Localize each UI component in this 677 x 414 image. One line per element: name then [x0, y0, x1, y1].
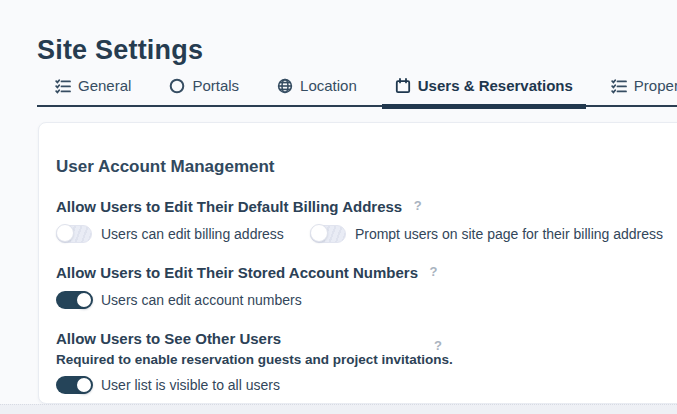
tab-label: Users & Reservations	[418, 77, 573, 94]
toggle-group-prompt-billing: Prompt users on site page for their bill…	[310, 225, 663, 243]
globe-icon	[277, 78, 293, 94]
toggle-row: Users can edit billing address Prompt us…	[56, 225, 677, 243]
toggle-row: Users can edit account numbers	[56, 291, 677, 309]
help-icon[interactable]: ?	[414, 198, 422, 213]
page-section-divider	[0, 404, 677, 414]
checklist-icon	[611, 78, 627, 94]
toggle-knob	[310, 224, 328, 242]
toggle-label: Users can edit billing address	[101, 226, 284, 242]
calendar-icon	[395, 78, 411, 94]
toggle-group-edit-billing: Users can edit billing address	[56, 225, 284, 243]
toggle-group-user-list-visible: User list is visible to all users	[56, 376, 280, 394]
toggle-knob	[75, 376, 93, 394]
tab-location[interactable]: Location	[277, 77, 357, 94]
tab-label: Portals	[192, 77, 239, 94]
toggle-label: Prompt users on site page for their bill…	[355, 226, 663, 242]
toggle-users-can-edit-account-numbers[interactable]	[56, 291, 92, 309]
toggle-row: User list is visible to all users	[56, 376, 677, 394]
toggle-group-edit-account-numbers: Users can edit account numbers	[56, 291, 302, 309]
card-title: User Account Management	[56, 157, 677, 177]
tab-label: Location	[300, 77, 357, 94]
tab-users-reservations[interactable]: Users & Reservations	[395, 77, 573, 94]
section-heading: Allow Users to Edit Their Stored Account…	[56, 264, 418, 281]
tab-general[interactable]: General	[55, 77, 131, 94]
section-account-numbers: Allow Users to Edit Their Stored Account…	[56, 264, 677, 309]
tab-label: General	[78, 77, 131, 94]
toggle-knob	[56, 224, 74, 242]
section-see-other-users: Allow Users to See Other Users ? Require…	[56, 330, 677, 394]
toggle-users-can-edit-billing[interactable]	[56, 225, 92, 243]
tab-label: Properties	[634, 77, 677, 94]
toggle-label: User list is visible to all users	[101, 377, 280, 393]
section-heading: Allow Users to See Other Users	[56, 330, 281, 347]
help-icon[interactable]: ?	[434, 338, 442, 353]
settings-tab-bar: General Portals Location	[37, 77, 677, 107]
page-title: Site Settings	[37, 35, 203, 66]
tab-properties[interactable]: Properties	[611, 77, 677, 94]
toggle-user-list-visible[interactable]	[56, 376, 92, 394]
tab-portals[interactable]: Portals	[169, 77, 239, 94]
help-icon[interactable]: ?	[429, 264, 437, 279]
circle-icon	[169, 78, 185, 94]
toggle-prompt-users-billing[interactable]	[310, 225, 346, 243]
toggle-label: Users can edit account numbers	[101, 292, 302, 308]
toggle-knob	[75, 291, 93, 309]
section-billing-address: Allow Users to Edit Their Default Billin…	[56, 198, 677, 243]
section-heading: Allow Users to Edit Their Default Billin…	[56, 198, 402, 215]
checklist-icon	[55, 78, 71, 94]
user-account-management-card: User Account Management Allow Users to E…	[38, 122, 677, 404]
section-subtitle: Required to enable reservation guests an…	[56, 352, 677, 367]
